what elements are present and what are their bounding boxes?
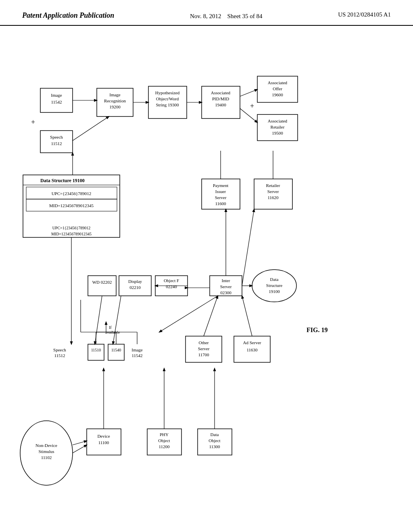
svg-text:11102: 11102 — [41, 455, 52, 460]
svg-text:Stimulus: Stimulus — [38, 449, 54, 454]
svg-line-115 — [242, 296, 252, 336]
svg-text:11510: 11510 — [91, 348, 101, 352]
svg-text:UPC=1{23456}789012: UPC=1{23456}789012 — [52, 226, 91, 230]
svg-text:11620: 11620 — [267, 195, 279, 200]
svg-text:19500: 19500 — [272, 131, 283, 135]
svg-text:11200: 11200 — [159, 444, 170, 449]
svg-text:Hypothesized: Hypothesized — [155, 90, 180, 95]
svg-text:Inter: Inter — [222, 278, 230, 283]
svg-text:Server: Server — [198, 346, 210, 351]
svg-text:If: If — [109, 325, 112, 330]
svg-line-125 — [73, 441, 87, 445]
svg-text:Server: Server — [215, 195, 227, 200]
svg-text:String 19300: String 19300 — [156, 102, 179, 107]
header-center: Nov. 8, 2012 Sheet 35 of 84 — [190, 11, 262, 21]
svg-text:Image: Image — [109, 92, 121, 97]
svg-text:Retailer: Retailer — [271, 125, 285, 129]
svg-text:Data: Data — [270, 277, 279, 282]
svg-text:11100: 11100 — [98, 440, 109, 445]
svg-rect-20 — [108, 344, 124, 360]
svg-text:Associated: Associated — [211, 90, 231, 95]
fig-label: FIG. 19 — [307, 326, 327, 333]
svg-text:+: + — [250, 102, 254, 110]
publication-title: Patent Application Publication — [22, 11, 114, 20]
svg-text:MID=123456789012345: MID=123456789012345 — [51, 232, 92, 236]
svg-text:19400: 19400 — [215, 102, 226, 107]
diagram-area: Non-Device Stimulus 11102 Device 11100 P… — [0, 26, 413, 526]
svg-text:Image: Image — [131, 347, 143, 352]
sheet-info: Sheet 35 of 84 — [227, 13, 262, 19]
svg-text:Associated: Associated — [268, 80, 288, 85]
svg-text:Display: Display — [128, 279, 142, 284]
svg-text:Device: Device — [97, 434, 110, 438]
svg-text:19200: 19200 — [109, 104, 121, 109]
svg-line-114 — [204, 296, 218, 336]
svg-line-15 — [73, 445, 87, 453]
publication-date: Nov. 8, 2012 — [190, 13, 221, 19]
svg-text:PHY: PHY — [160, 432, 169, 437]
svg-text:WD 02202: WD 02202 — [92, 280, 112, 285]
svg-line-116 — [159, 296, 218, 332]
svg-text:Speech: Speech — [50, 135, 63, 139]
svg-text:11630: 11630 — [246, 347, 258, 352]
svg-text:11512: 11512 — [51, 141, 62, 146]
svg-text:11542: 11542 — [131, 353, 142, 358]
svg-text:+: + — [31, 118, 35, 126]
svg-text:11512: 11512 — [54, 353, 65, 358]
svg-text:Speech: Speech — [53, 347, 66, 352]
svg-text:UPC={23456}789012: UPC={23456}789012 — [52, 191, 92, 196]
svg-text:Object: Object — [158, 438, 170, 443]
svg-line-109 — [242, 209, 254, 286]
svg-text:Ad Server: Ad Server — [243, 340, 261, 345]
svg-text:Non-Device: Non-Device — [35, 443, 57, 448]
svg-text:Other: Other — [198, 340, 209, 345]
svg-text:Server: Server — [267, 189, 279, 194]
svg-text:Object: Object — [209, 438, 220, 443]
svg-text:11300: 11300 — [209, 444, 220, 449]
svg-text:Structure: Structure — [266, 283, 282, 288]
svg-text:11600: 11600 — [215, 201, 226, 206]
svg-text:Associated: Associated — [268, 118, 288, 123]
svg-text:Object F: Object F — [164, 278, 179, 283]
svg-text:02240: 02240 — [166, 284, 177, 289]
svg-line-118 — [113, 296, 121, 344]
svg-text:Data: Data — [211, 432, 219, 437]
patent-number: US 2012/0284105 A1 — [338, 11, 391, 18]
svg-text:02210: 02210 — [129, 285, 141, 290]
svg-text:PID/MID: PID/MID — [212, 96, 229, 101]
svg-line-117 — [95, 296, 102, 344]
svg-rect-37 — [88, 276, 116, 296]
svg-line-102 — [240, 108, 257, 123]
svg-text:Server: Server — [220, 284, 232, 289]
svg-text:Object/Word: Object/Word — [156, 96, 179, 101]
svg-text:11700: 11700 — [198, 352, 209, 357]
page-header: Patent Application Publication Nov. 8, 2… — [0, 0, 413, 26]
svg-text:Issuer: Issuer — [215, 189, 226, 194]
svg-line-101 — [240, 89, 257, 96]
svg-text:Recognition: Recognition — [104, 98, 126, 103]
svg-text:11542: 11542 — [51, 100, 62, 104]
svg-text:Payment: Payment — [213, 183, 229, 188]
svg-text:11540: 11540 — [111, 348, 121, 352]
svg-text:02300: 02300 — [220, 290, 232, 295]
svg-text:Offer: Offer — [273, 86, 282, 91]
svg-text:Image: Image — [51, 93, 62, 98]
svg-text:Retailer: Retailer — [266, 183, 280, 188]
svg-line-104 — [73, 116, 109, 141]
svg-text:19600: 19600 — [272, 92, 283, 97]
svg-text:Data Structure 19100: Data Structure 19100 — [40, 178, 85, 183]
patent-diagram: Non-Device Stimulus 11102 Device 11100 P… — [0, 26, 413, 526]
svg-text:19100: 19100 — [269, 289, 280, 294]
svg-text:MID=123456789012345: MID=123456789012345 — [49, 203, 94, 208]
svg-rect-18 — [88, 344, 104, 360]
